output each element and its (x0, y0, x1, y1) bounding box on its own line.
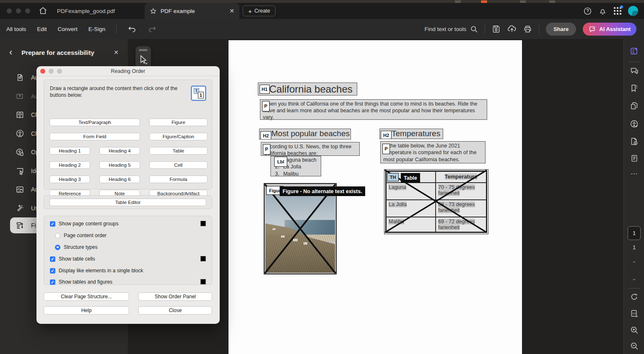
bookmarks-icon[interactable] (624, 84, 644, 93)
tagged-h2-region[interactable]: Most popular beaches H2 (259, 129, 351, 140)
button-heading-6[interactable]: Heading 6 (99, 176, 140, 183)
dialog-window-controls[interactable] (40, 69, 62, 74)
document-icon[interactable] (624, 154, 644, 163)
menu-convert[interactable]: Convert (58, 26, 78, 32)
ai-assistant-panel-icon[interactable] (624, 47, 644, 56)
button-cell[interactable]: Cell (149, 161, 208, 169)
reading-order-mode-icon[interactable]: T 1 (191, 85, 206, 101)
lbl-tag-chip[interactable]: Lbl (274, 157, 287, 167)
h2-tag-chip[interactable]: H2 (260, 131, 271, 140)
p-tag-chip[interactable]: P (382, 144, 390, 154)
color-swatch[interactable] (200, 279, 206, 284)
panel-close-icon[interactable]: ✕ (114, 49, 119, 56)
page-thumbnails-icon[interactable] (624, 101, 644, 110)
help-icon[interactable] (583, 7, 592, 16)
accessibility-icon[interactable] (624, 119, 644, 129)
tagged-figure-region[interactable]: Figur Figure - No alternate text exists. (264, 183, 337, 274)
option-structure-types[interactable]: Structure types (55, 244, 98, 250)
ai-assistant-button[interactable]: AI Assistant (583, 23, 636, 36)
button-table[interactable]: Table (149, 147, 208, 155)
tagged-p-region[interactable]: When you think of California one of the … (260, 99, 487, 120)
tag-page-icon (15, 73, 24, 82)
back-chevron-icon[interactable]: ‹ (9, 48, 12, 57)
option-show-table-cells[interactable]: ✓ Show table cells (50, 256, 95, 262)
table-editor-button[interactable]: Table Editor (49, 199, 206, 206)
menu-esign[interactable]: E-Sign (88, 26, 106, 32)
button-heading-5[interactable]: Heading 5 (99, 161, 140, 169)
notifications-icon[interactable] (598, 7, 607, 16)
create-button[interactable]: + Create (243, 5, 275, 16)
h1-tag-chip[interactable]: H1 (260, 85, 270, 94)
checkbox-checked[interactable]: ✓ (50, 256, 55, 262)
avatar[interactable] (628, 6, 638, 16)
star-icon[interactable] (150, 8, 157, 15)
menu-all-tools[interactable]: All tools (6, 26, 26, 32)
h2-tag-chip[interactable]: H2 (381, 131, 392, 139)
color-swatch[interactable] (200, 256, 206, 261)
checkbox-checked[interactable]: ✓ (50, 279, 55, 285)
button-heading-2[interactable]: Heading 2 (49, 161, 90, 169)
button-heading-3[interactable]: Heading 3 (49, 176, 90, 183)
button-heading-4[interactable]: Heading 4 (99, 147, 140, 155)
page-number-input[interactable]: 1 (628, 226, 641, 240)
home-icon[interactable] (39, 6, 47, 15)
apps-grid-icon[interactable] (613, 7, 622, 15)
comments-icon[interactable] (624, 66, 644, 75)
button-text-paragraph[interactable]: Text/Paragraph (49, 119, 140, 126)
color-swatch[interactable] (200, 221, 206, 226)
help-button[interactable]: Help (44, 306, 129, 315)
reading-order-icon (15, 221, 24, 230)
search-icon[interactable] (470, 25, 478, 33)
divider (628, 288, 640, 289)
rotate-page-icon[interactable] (624, 292, 644, 301)
tagged-h1-region[interactable]: California beaches H1 (258, 83, 357, 96)
print-icon[interactable] (523, 25, 532, 34)
button-heading-1[interactable]: Heading 1 (49, 147, 90, 155)
button-figure[interactable]: Figure (149, 119, 208, 126)
tab-home-document[interactable]: PDFexample_good.pdf (57, 3, 115, 19)
zoom-out-icon[interactable] (624, 341, 644, 351)
option-display-like-elements[interactable]: ✓ Display like elements in a single bloc… (50, 268, 143, 274)
find-search-input[interactable]: Find text or tools (424, 25, 478, 33)
next-page-chevron-icon[interactable]: ⌄ (624, 275, 644, 282)
dialog-titlebar[interactable]: Reading Order (36, 66, 220, 76)
tab-close-icon[interactable]: ✕ (229, 8, 234, 14)
tagged-p-region[interactable]: In the table below, the June 2021 temper… (380, 141, 486, 163)
option-show-tables-figures[interactable]: ✓ Show tables and figures (50, 279, 112, 285)
divider (628, 62, 640, 62)
share-button[interactable]: Share (546, 23, 576, 36)
close-button[interactable]: Close (138, 306, 212, 315)
tagged-h2-region[interactable]: Temperatures H2 (379, 129, 443, 139)
menu-edit[interactable]: Edit (37, 26, 47, 32)
p-tag-chip[interactable]: P (262, 101, 270, 111)
clear-page-structure-button[interactable]: Clear Page Structure... (44, 292, 129, 301)
button-form-field[interactable]: Form Field (49, 133, 140, 140)
cloud-upload-icon[interactable] (507, 24, 517, 34)
more-tools-icon[interactable]: ⋯ (624, 170, 644, 178)
checkbox-checked[interactable]: ✓ (50, 221, 55, 227)
undo-icon[interactable] (127, 24, 137, 34)
radio-selected[interactable] (55, 245, 60, 250)
option-show-page-content-groups[interactable]: ✓ Show page content groups (50, 221, 119, 227)
show-order-panel-button[interactable]: Show Order Panel (138, 292, 212, 301)
p2-text: According to U.S. News, the top three Ca… (264, 144, 351, 156)
drag-grip[interactable] (139, 49, 148, 51)
save-icon[interactable] (492, 25, 501, 34)
option-page-content-order[interactable]: Page content order (55, 233, 106, 238)
tagged-p-region[interactable]: According to U.S. News, the top three Ca… (261, 142, 360, 156)
previous-page-chevron-icon[interactable]: ⌃ (624, 260, 644, 266)
th-tag-chip[interactable]: TH (387, 173, 399, 181)
p-tag-chip[interactable]: P (263, 144, 270, 155)
radio-unselected[interactable] (55, 233, 60, 238)
checkbox-checked[interactable]: ✓ (50, 268, 55, 274)
tagged-table-region[interactable]: Temperature Laguna 70 - 75 degrees farie… (384, 169, 488, 234)
button-figure-caption[interactable]: Figure/Caption (149, 133, 208, 140)
zoom-in-icon[interactable] (624, 326, 644, 335)
tab-active-pdf-example[interactable]: PDF example ✕ (145, 3, 239, 19)
actual-size-icon[interactable]: 1:1 (624, 309, 644, 318)
button-formula[interactable]: Formula (149, 176, 208, 183)
tagged-pdf-icon[interactable] (624, 137, 644, 146)
redo-icon[interactable] (148, 24, 157, 34)
window-controls[interactable] (7, 8, 30, 13)
tagged-label-list-region[interactable]: 1.Laguna beach 2.La Jolla 3.Malibu Lbl (270, 156, 321, 176)
